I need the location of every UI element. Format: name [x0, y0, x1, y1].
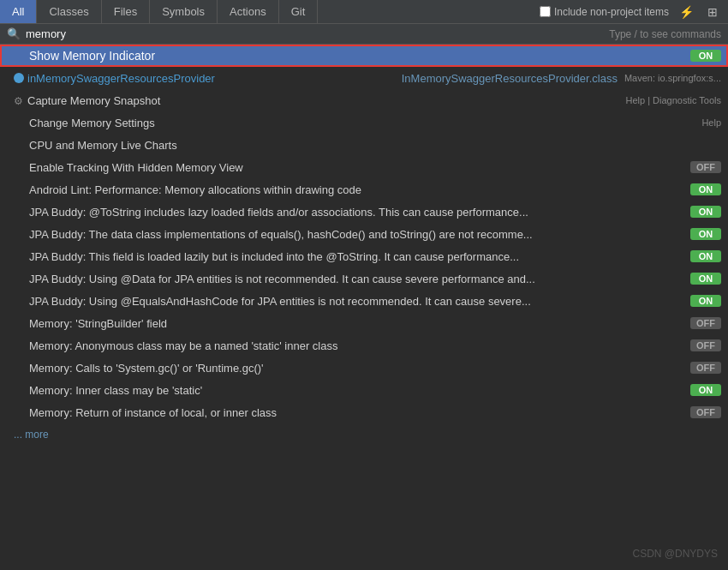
toggle-on[interactable]: ON: [690, 295, 721, 307]
toggle-on[interactable]: ON: [690, 384, 721, 396]
tab-files[interactable]: Files: [102, 0, 150, 23]
toggle-off[interactable]: OFF: [690, 406, 721, 418]
tab-classes[interactable]: Classes: [37, 0, 101, 23]
result-item-capture-memory-snapshot[interactable]: ⚙Capture Memory SnapshotHelp | Diagnosti…: [0, 89, 728, 111]
item-right-meta: Help | Diagnostic Tools: [626, 95, 722, 105]
result-item-memory-stringbuilder[interactable]: Memory: 'StringBuilder' fieldOFF: [0, 312, 728, 334]
tab-right-controls: Include non-project items ⚡ ⊞: [540, 3, 728, 21]
search-input[interactable]: [26, 27, 604, 40]
result-item-memory-calls-gc[interactable]: Memory: Calls to 'System.gc()' or 'Runti…: [0, 357, 728, 379]
layout-icon[interactable]: ⊞: [704, 3, 721, 21]
item-label: Show Memory Indicator: [29, 49, 690, 63]
item-label: inMemorySwaggerResourcesProvider: [27, 72, 398, 85]
watermark: CSDN @DNYDYS: [632, 548, 718, 560]
toggle-on[interactable]: ON: [690, 273, 721, 285]
result-item-jpa-buddy-tostring[interactable]: JPA Buddy: @ToString includes lazy loade…: [0, 201, 728, 223]
result-item-jpa-buddy-equalshashcode[interactable]: JPA Buddy: Using @EqualsAndHashCode for …: [0, 290, 728, 312]
result-item-change-memory-settings[interactable]: Change Memory SettingsHelp: [0, 111, 728, 134]
tab-bar: All Classes Files Symbols Actions Git In…: [0, 0, 728, 24]
toggle-on[interactable]: ON: [690, 228, 721, 240]
result-item-jpa-buddy-equals[interactable]: JPA Buddy: The data class implementation…: [0, 223, 728, 245]
item-label: JPA Buddy: @ToString includes lazy loade…: [29, 206, 690, 219]
item-meta: Maven: io.springfox:s...: [624, 73, 721, 83]
class-icon: [14, 73, 24, 83]
search-bar: 🔍 Type / to see commands: [0, 24, 728, 45]
gear-icon: ⚙: [14, 95, 24, 105]
result-item-memory-inner-class[interactable]: Memory: Inner class may be 'static'ON: [0, 379, 728, 401]
toggle-on[interactable]: ON: [690, 50, 721, 62]
item-label: Android Lint: Performance: Memory alloca…: [29, 183, 690, 196]
item-label: Memory: Inner class may be 'static': [29, 384, 690, 397]
toggle-off[interactable]: OFF: [690, 362, 721, 374]
toggle-off[interactable]: OFF: [690, 161, 721, 173]
item-label: Memory: Calls to 'System.gc()' or 'Runti…: [29, 362, 690, 375]
result-item-in-memory-swagger[interactable]: inMemorySwaggerResourcesProviderInMemory…: [0, 67, 728, 89]
tab-symbols[interactable]: Symbols: [150, 0, 218, 23]
result-item-jpa-buddy-lazily[interactable]: JPA Buddy: This field is loaded lazily b…: [0, 245, 728, 267]
search-icon: 🔍: [7, 27, 21, 40]
result-item-memory-return-instance[interactable]: Memory: Return of instance of local, or …: [0, 401, 728, 423]
result-item-jpa-buddy-data[interactable]: JPA Buddy: Using @Data for JPA entities …: [0, 267, 728, 290]
item-label: JPA Buddy: Using @EqualsAndHashCode for …: [29, 295, 690, 308]
tab-actions[interactable]: Actions: [218, 0, 279, 23]
result-item-memory-anonymous[interactable]: Memory: Anonymous class may be a named '…: [0, 334, 728, 357]
item-label: JPA Buddy: Using @Data for JPA entities …: [29, 273, 690, 285]
item-sublabel: InMemorySwaggerResourcesProvider.class: [402, 72, 618, 85]
item-right-meta: Help: [701, 117, 721, 128]
filter-icon[interactable]: ⚡: [676, 3, 697, 21]
item-label: Change Memory Settings: [29, 117, 701, 129]
tab-all[interactable]: All: [0, 0, 37, 23]
more-link[interactable]: ... more: [0, 423, 728, 446]
item-label: JPA Buddy: The data class implementation…: [29, 228, 690, 241]
toggle-off[interactable]: OFF: [690, 317, 721, 329]
result-item-android-lint-memory[interactable]: Android Lint: Performance: Memory alloca…: [0, 178, 728, 201]
include-non-project-label[interactable]: Include non-project items: [540, 6, 669, 18]
include-non-project-checkbox[interactable]: [540, 6, 551, 17]
item-label: Memory: Return of instance of local, or …: [29, 406, 690, 419]
item-label: CPU and Memory Live Charts: [29, 139, 721, 152]
toggle-off[interactable]: OFF: [690, 339, 721, 351]
item-label: JPA Buddy: This field is loaded lazily b…: [29, 250, 690, 263]
toggle-on[interactable]: ON: [690, 206, 721, 218]
search-hint: Type / to see commands: [609, 28, 721, 40]
result-item-enable-tracking-hidden[interactable]: Enable Tracking With Hidden Memory ViewO…: [0, 156, 728, 178]
results-list: Show Memory IndicatorONinMemorySwaggerRe…: [0, 45, 728, 423]
item-label: Memory: Anonymous class may be a named '…: [29, 339, 690, 352]
item-label: Capture Memory Snapshot: [27, 94, 626, 107]
include-non-project-text: Include non-project items: [554, 6, 669, 18]
tab-git[interactable]: Git: [279, 0, 319, 23]
toggle-on[interactable]: ON: [690, 250, 721, 262]
result-item-cpu-memory-live-charts[interactable]: CPU and Memory Live Charts: [0, 134, 728, 156]
toggle-on[interactable]: ON: [690, 183, 721, 195]
result-item-show-memory-indicator[interactable]: Show Memory IndicatorON: [0, 45, 728, 67]
item-label: Enable Tracking With Hidden Memory View: [29, 161, 690, 174]
item-label: Memory: 'StringBuilder' field: [29, 317, 690, 330]
